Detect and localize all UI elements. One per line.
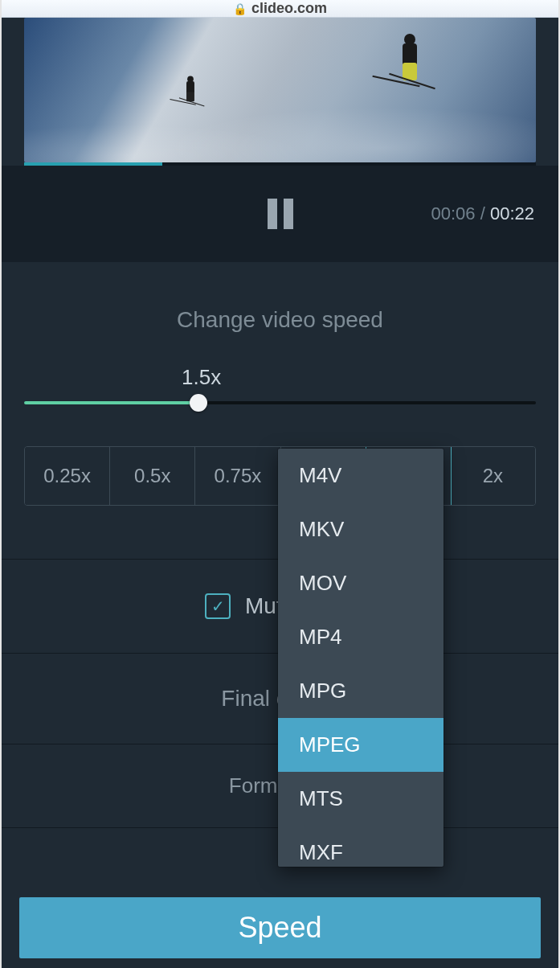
total-time: 00:22 [490, 203, 534, 224]
video-preview[interactable] [24, 18, 536, 162]
pause-icon [284, 199, 293, 229]
speed-submit-button[interactable]: Speed [19, 897, 541, 958]
slider-track[interactable] [24, 401, 536, 404]
browser-address-bar: 🔒 clideo.com [0, 0, 560, 18]
speed-slider[interactable]: 1.5x [0, 365, 560, 404]
format-option-mpeg[interactable]: MPEG [278, 718, 444, 772]
format-option-mts[interactable]: MTS [278, 772, 444, 826]
video-pane [0, 18, 560, 166]
mute-checkbox[interactable]: ✓ [205, 593, 231, 619]
time-separator: / [480, 203, 485, 224]
current-time: 00:06 [431, 203, 476, 224]
time-display: 00:06 / 00:22 [431, 203, 535, 224]
speed-preset-0_75x[interactable]: 0.75x [195, 447, 280, 505]
skier-icon [183, 77, 198, 104]
format-option-mov[interactable]: MOV [278, 556, 444, 610]
pause-button[interactable] [268, 199, 293, 229]
format-option-mkv[interactable]: MKV [278, 502, 444, 556]
format-option-mp4[interactable]: MP4 [278, 610, 444, 664]
check-icon: ✓ [211, 597, 225, 616]
browser-domain: clideo.com [251, 0, 327, 17]
speed-button-label: Speed [238, 911, 321, 945]
format-option-mxf[interactable]: MXF [278, 826, 444, 867]
slider-thumb[interactable] [190, 394, 207, 412]
lock-icon: 🔒 [233, 2, 247, 15]
section-title: Change video speed [0, 262, 560, 365]
speed-preset-0_5x[interactable]: 0.5x [110, 447, 195, 505]
format-option-mpg[interactable]: MPG [278, 664, 444, 718]
speed-preset-0_25x[interactable]: 0.25x [25, 447, 110, 505]
format-dropdown[interactable]: M4VMKVMOVMP4MPGMPEGMTSMXF [278, 449, 444, 867]
format-option-m4v[interactable]: M4V [278, 449, 444, 502]
skier-icon [396, 35, 423, 84]
speed-value-label: 1.5x [182, 365, 536, 390]
player-controls: 00:06 / 00:22 [0, 166, 560, 262]
speed-preset-2x[interactable]: 2x [451, 447, 535, 505]
pause-icon [268, 199, 277, 229]
slider-fill [24, 401, 198, 404]
